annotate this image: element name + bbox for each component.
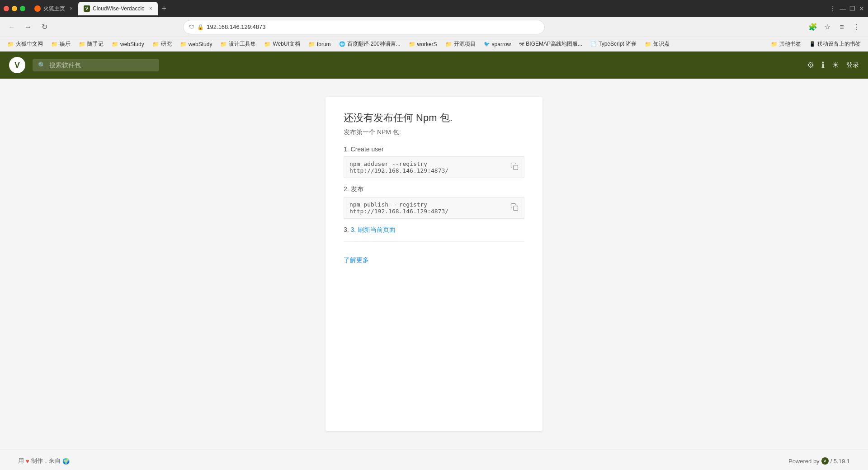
- new-tab-button[interactable]: +: [158, 2, 170, 15]
- step1-copy-button[interactable]: [510, 162, 519, 172]
- settings-icon[interactable]: ⚙: [807, 60, 814, 70]
- tab-bar-left: 火狐主页 × V CloudWise-Verdaccio × +: [4, 2, 170, 15]
- header-actions: ⚙ ℹ ☀ 登录: [807, 60, 859, 70]
- bookmark-bigemap-label: BIGEMAP高线地图服...: [526, 40, 582, 48]
- bookmark-knowledge[interactable]: 📁 知识点: [641, 39, 673, 49]
- bookmark-folder-icon-2: 📁: [51, 41, 58, 47]
- bookmark-yanjiu[interactable]: 📁 研究: [149, 39, 175, 49]
- bookmark-workers[interactable]: 📁 workerS: [405, 40, 441, 48]
- footer: 用 ♥ 制作，来自 🌍 Powered by V / 5.19.1: [0, 449, 868, 470]
- bookmark-folder-icon-13: 📁: [771, 41, 778, 47]
- bookmark-design-label: 设计工具集: [229, 40, 256, 48]
- bookmark-webstudy[interactable]: 📁 webStudy: [108, 40, 148, 48]
- tab-cloudwise-close[interactable]: ×: [149, 5, 152, 12]
- bookmark-folder-icon-9: 📁: [308, 41, 315, 47]
- extensions-button[interactable]: 🧩: [807, 21, 819, 33]
- address-text: 192.168.146.129:4873: [207, 24, 539, 30]
- bookmark-yule[interactable]: 📁 娱乐: [47, 39, 74, 49]
- app-logo[interactable]: V: [9, 57, 25, 73]
- logo-letter: V: [14, 61, 20, 70]
- address-bar[interactable]: 🛡 🔒 192.168.146.129:4873: [183, 20, 545, 34]
- tab-cloudwise[interactable]: V CloudWise-Verdaccio ×: [78, 2, 158, 15]
- footer-powered-by: Powered by: [788, 458, 820, 465]
- tab-bar-menu-icon[interactable]: ⋮: [830, 5, 836, 12]
- footer-made-middle: 制作，来自: [31, 457, 61, 465]
- tab-cloudwise-label: CloudWise-Verdaccio: [93, 5, 145, 12]
- search-bar-container: 🔍: [33, 59, 159, 71]
- footer-version: / 5.19.1: [830, 458, 850, 465]
- step3-number: 3.: [344, 226, 351, 233]
- back-button[interactable]: ←: [5, 21, 18, 33]
- sparrow-icon: 🐦: [484, 41, 490, 47]
- firefox-favicon: [34, 5, 41, 12]
- bookmark-design[interactable]: 📁 设计工具集: [217, 39, 259, 49]
- footer-right: Powered by V / 5.19.1: [788, 457, 850, 465]
- step2-command-text: npm publish --registry http://192.168.14…: [349, 201, 510, 215]
- bookmark-sparrow-text: sparrow: [492, 41, 511, 47]
- tab-bar-close-icon[interactable]: ✕: [859, 5, 864, 12]
- bookmark-folder-icon-12: 📁: [645, 41, 651, 47]
- step2-label: 2. 发布: [344, 185, 524, 193]
- bookmark-mobile[interactable]: 📱 移动设备上的书签: [806, 39, 864, 49]
- back-forward-list-button[interactable]: ≡: [835, 21, 848, 33]
- bookmark-suishouji[interactable]: 📁 随手记: [75, 39, 107, 49]
- bigemap-icon: 🗺: [519, 42, 524, 47]
- card-divider: [344, 241, 524, 242]
- cloudwise-favicon: V: [84, 5, 90, 12]
- bookmark-opensource[interactable]: 📁 开源项目: [442, 39, 479, 49]
- bookmark-firefox[interactable]: 📁 火狐中文网: [4, 39, 47, 49]
- refresh-button[interactable]: ↻: [38, 21, 51, 33]
- svg-rect-0: [514, 165, 518, 170]
- svg-rect-1: [514, 206, 518, 211]
- bookmark-folder-icon-3: 📁: [79, 41, 85, 47]
- bookmark-knowledge-label: 知识点: [653, 40, 670, 48]
- bookmark-webui-label: WebUI文档: [273, 40, 300, 48]
- bookmark-suishouji-label: 随手记: [87, 40, 104, 48]
- step1-command-row: npm adduser --registry http://192.168.14…: [344, 156, 524, 178]
- info-icon[interactable]: ℹ: [821, 60, 825, 70]
- tab-bar-right: ⋮ — ❐ ✕: [830, 5, 864, 12]
- tab-bar-restore-icon[interactable]: ❐: [849, 5, 855, 12]
- bookmark-baidu-label: 百度翻译-200种语言...: [347, 40, 401, 48]
- step2-copy-button[interactable]: [510, 203, 519, 213]
- tab-firefox-home[interactable]: 火狐主页 ×: [29, 2, 78, 15]
- bookmark-forum[interactable]: 📁 forum: [305, 40, 335, 48]
- bookmark-yule-label: 娱乐: [60, 40, 71, 48]
- bookmark-folder-icon-11: 📁: [445, 41, 452, 47]
- step1-command-text: npm adduser --registry http://192.168.14…: [349, 160, 510, 174]
- footer-left: 用 ♥ 制作，来自 🌍: [18, 457, 70, 465]
- lock-icon: 🔒: [197, 24, 204, 30]
- search-input[interactable]: [49, 61, 140, 69]
- bookmark-star-button[interactable]: ☆: [821, 21, 834, 33]
- bookmark-sparrow[interactable]: 🐦 CloudWise-Verdaccio sparrow: [480, 40, 515, 48]
- forward-button[interactable]: →: [22, 21, 34, 33]
- window-minimize[interactable]: [12, 6, 17, 11]
- bookmark-typescript[interactable]: 📄 TypeScript·诸雀: [587, 39, 640, 49]
- login-button[interactable]: 登录: [846, 61, 859, 69]
- bookmark-forum-label: forum: [317, 41, 331, 47]
- tab-bar: 火狐主页 × V CloudWise-Verdaccio × + ⋮ — ❐ ✕: [0, 0, 868, 17]
- bookmarks-bar: 📁 火狐中文网 📁 娱乐 📁 随手记 📁 webStudy 📁 研究 📁 web…: [0, 37, 868, 52]
- bookmark-webui[interactable]: 📁 WebUI文档: [260, 39, 303, 49]
- bookmark-bigemap[interactable]: 🗺 BIGEMAP高线地图服...: [515, 39, 586, 49]
- nav-menu-button[interactable]: ⋮: [850, 21, 863, 33]
- window-maximize[interactable]: [20, 6, 25, 11]
- footer-logo: V: [821, 457, 829, 465]
- tab-bar-minimize-icon[interactable]: —: [840, 5, 846, 12]
- window-controls: [4, 6, 25, 11]
- bookmark-webstudy2[interactable]: 📁 webStudy: [176, 40, 216, 48]
- bookmark-webstudy2-label: webStudy: [189, 41, 212, 47]
- bookmark-other[interactable]: 📁 其他书签: [767, 39, 805, 49]
- window-close[interactable]: [4, 6, 9, 11]
- refresh-link[interactable]: 3. 刷新当前页面: [351, 226, 396, 233]
- bookmark-yanjiu-label: 研究: [161, 40, 172, 48]
- nav-bar: ← → ↻ 🛡 🔒 192.168.146.129:4873 🧩 ☆ ≡ ⋮: [0, 17, 868, 37]
- card-subtitle: 发布第一个 NPM 包:: [344, 128, 524, 136]
- bookmark-other-label: 其他书签: [779, 40, 801, 48]
- step1-label: 1. Create user: [344, 146, 524, 153]
- typescript-icon: 📄: [590, 41, 597, 47]
- theme-icon[interactable]: ☀: [832, 60, 839, 70]
- learn-more-link[interactable]: 了解更多: [344, 256, 369, 264]
- bookmark-baidu[interactable]: 🌐 百度翻译-200种语言...: [335, 39, 404, 49]
- tab-firefox-close[interactable]: ×: [70, 5, 73, 12]
